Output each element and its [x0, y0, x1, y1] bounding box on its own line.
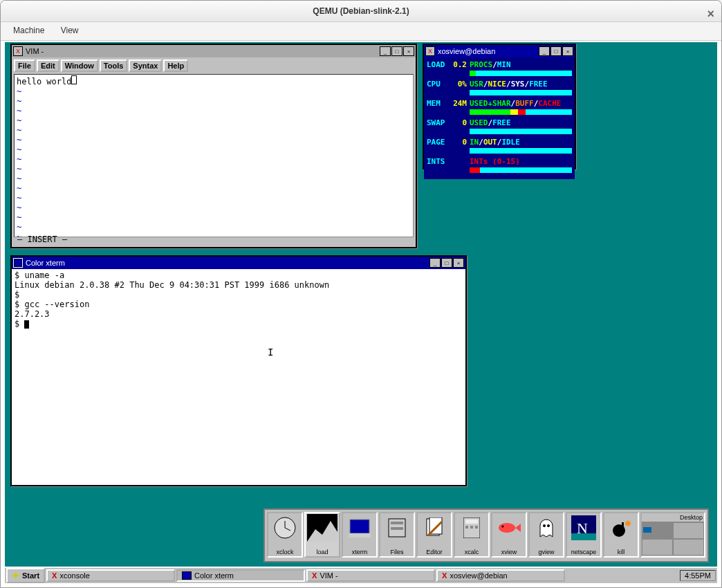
dock-xclock[interactable]: xclock: [267, 512, 303, 558]
vim-tilde: ~: [17, 135, 411, 145]
svg-rect-8: [391, 522, 403, 524]
dock-label: gview: [530, 549, 563, 555]
svg-rect-25: [571, 533, 596, 540]
vim-tilde: ~: [17, 193, 411, 203]
vim-tilde: ~: [17, 154, 411, 164]
vim-tilde: ~: [17, 106, 411, 116]
svg-point-18: [499, 523, 515, 533]
dock-label: netscape: [567, 549, 600, 555]
qemu-title: QEMU (Debian-slink-2.1): [313, 6, 409, 16]
vim-tilde: ~: [17, 222, 411, 232]
close-icon[interactable]: ×: [707, 3, 714, 24]
netscape-icon: N: [567, 513, 600, 542]
close-icon[interactable]: ×: [403, 46, 414, 56]
dock-Editor[interactable]: Editor: [416, 512, 452, 558]
dock-xview[interactable]: xview: [491, 512, 527, 558]
start-button[interactable]: ✦ Start: [6, 568, 45, 583]
minimize-icon[interactable]: _: [380, 46, 391, 56]
vim-titlebar[interactable]: X VIM - _ □ ×: [12, 45, 416, 57]
maximize-icon[interactable]: □: [550, 46, 562, 56]
term-line: 2.7.2.3: [15, 309, 463, 319]
term-line: Linux debian 2.0.38 #2 Thu Dec 9 04:30:3…: [15, 280, 463, 290]
vim-sysmenu-icon[interactable]: X: [13, 46, 23, 56]
svg-text:✺: ✺: [624, 519, 631, 529]
dock-gview[interactable]: gview: [528, 512, 564, 558]
maximize-icon[interactable]: □: [391, 46, 402, 56]
vim-menu-tools[interactable]: Tools: [100, 59, 128, 72]
dock-xcalc[interactable]: xcalc: [454, 512, 490, 558]
xterm-titlebar[interactable]: Color xterm _ □ ×: [12, 257, 465, 269]
terminal-icon: [182, 571, 192, 580]
term-line: $ uname -a: [15, 270, 463, 280]
dock-label: xview: [492, 549, 526, 555]
vim-content: hello world: [17, 77, 71, 86]
svg-rect-15: [465, 526, 468, 529]
svg-point-21: [543, 524, 546, 527]
vim-menu-help[interactable]: Help: [163, 59, 188, 72]
dock-label: Editor: [418, 549, 451, 555]
svg-rect-16: [470, 526, 473, 529]
close-icon[interactable]: ×: [453, 258, 464, 268]
vim-tilde: ~: [17, 212, 411, 222]
vim-window[interactable]: X VIM - _ □ × FileEditWindowToolsSyntaxH…: [10, 44, 417, 248]
dock-kill[interactable]: ✺kill: [603, 512, 639, 558]
qemu-titlebar[interactable]: QEMU (Debian-slink-2.1) ×: [1, 1, 721, 22]
task-xosview-debian[interactable]: Xxosview@debian: [436, 569, 565, 582]
calc-icon: [455, 513, 488, 542]
files-icon: [380, 513, 414, 542]
dock-netscape[interactable]: Nnetscape: [566, 512, 602, 558]
vim-tilde: ~: [17, 116, 411, 125]
task-label: VIM -: [320, 571, 337, 580]
xosview-body: LOAD0.2PROCS/MINCPU0%USR/NICE/SYS/FREEME…: [424, 57, 575, 179]
vim-cursor: [71, 75, 77, 84]
vim-menu-syntax[interactable]: Syntax: [129, 59, 162, 72]
svg-rect-27: [622, 522, 624, 526]
vim-tilde: ~: [17, 86, 411, 96]
desktop-pager[interactable]: Desktop: [640, 512, 705, 558]
vim-title: VIM -: [26, 47, 44, 55]
star-icon: ✦: [12, 570, 20, 581]
xosview-title: xosview@debian: [438, 47, 495, 55]
dock-label: xclock: [268, 549, 302, 555]
vim-menu-window[interactable]: Window: [61, 59, 98, 72]
text-cursor-icon: I: [268, 347, 273, 358]
xterm-sysmenu-icon[interactable]: [13, 258, 23, 268]
guest-desktop[interactable]: X VIM - _ □ × FileEditWindowToolsSyntaxH…: [5, 42, 717, 583]
dock-xterm[interactable]: xterm: [342, 512, 378, 558]
xterm-title: Color xterm: [26, 259, 65, 267]
svg-rect-5: [350, 520, 369, 533]
xterm-window[interactable]: Color xterm _ □ × $ uname -aLinux debian…: [10, 255, 467, 486]
svg-point-20: [502, 526, 504, 528]
close-icon[interactable]: ×: [562, 46, 573, 56]
vim-editor[interactable]: hello world ~~~~~~~~~~~~~~~~ — INSERT —: [14, 74, 414, 237]
fish-icon: [492, 513, 526, 542]
taskbar-clock: 4:55PM: [680, 570, 716, 581]
term-line: $: [15, 290, 463, 300]
vim-tilde: ~: [17, 183, 411, 193]
xterm-terminal[interactable]: $ uname -aLinux debian 2.0.38 #2 Thu Dec…: [12, 269, 465, 330]
task-vim-[interactable]: XVIM -: [306, 569, 435, 582]
maximize-icon[interactable]: □: [441, 258, 452, 268]
xosview-sysmenu-icon[interactable]: X: [425, 46, 435, 56]
xos-row-mem: MEM24MUSED+SHAR/BUFF/CACHE: [427, 99, 572, 115]
dock-label: load: [306, 549, 339, 555]
vim-menu-file[interactable]: File: [14, 59, 35, 72]
xosview-window[interactable]: X xosview@debian _ □ × LOAD0.2PROCS/MINC…: [423, 44, 576, 169]
xosview-titlebar[interactable]: X xosview@debian _ □ ×: [424, 45, 575, 57]
svg-point-22: [547, 524, 550, 527]
vim-menu-edit[interactable]: Edit: [37, 59, 59, 72]
term-line: $ gcc --version: [15, 300, 463, 309]
minimize-icon[interactable]: _: [539, 46, 550, 56]
menu-view[interactable]: View: [54, 22, 86, 39]
task-color-xterm[interactable]: Color xterm: [176, 569, 305, 582]
task-label: Color xterm: [194, 571, 234, 580]
vim-tilde: ~: [17, 174, 411, 183]
task-xconsole[interactable]: Xxconsole: [46, 569, 175, 582]
menu-machine[interactable]: Machine: [6, 22, 51, 39]
start-label: Start: [22, 571, 39, 580]
taskbar: ✦ Start XxconsoleColor xtermXVIM -Xxosvi…: [5, 567, 717, 583]
dock-Files[interactable]: Files: [379, 512, 415, 558]
minimize-icon[interactable]: _: [429, 258, 441, 268]
dock-load[interactable]: load: [304, 512, 340, 558]
xos-row-swap: SWAP0USED/FREE: [427, 118, 572, 134]
